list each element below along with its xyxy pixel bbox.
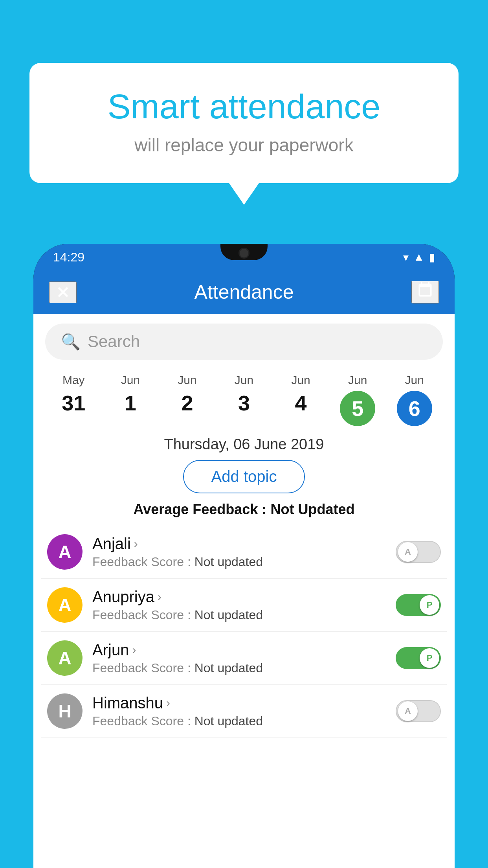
- toggle-arjun[interactable]: P: [396, 647, 441, 669]
- search-placeholder: Search: [88, 332, 140, 351]
- date-circle-green: 5: [340, 391, 375, 426]
- toggle-himanshu[interactable]: A: [396, 700, 441, 722]
- attendance-toggle-anjali[interactable]: A: [396, 541, 441, 563]
- date-month: Jun: [178, 373, 196, 387]
- student-info-anjali: Anjali › Feedback Score : Not updated: [92, 535, 386, 569]
- date-month: Jun: [348, 373, 367, 387]
- chevron-icon: ›: [134, 537, 138, 550]
- date-strip: May 31 Jun 1 Jun 2 Jun 3 Jun 4 Jun 5: [33, 366, 455, 430]
- promo-bubble: Smart attendance will replace your paper…: [29, 63, 459, 183]
- attendance-toggle-arjun[interactable]: P: [396, 647, 441, 669]
- student-info-arjun: Arjun › Feedback Score : Not updated: [92, 641, 386, 675]
- attendance-toggle-himanshu[interactable]: A: [396, 700, 441, 722]
- date-day: 31: [62, 391, 85, 415]
- chevron-icon: ›: [132, 643, 136, 657]
- feedback-score-arjun: Feedback Score : Not updated: [92, 661, 386, 675]
- bubble-card: Smart attendance will replace your paper…: [29, 63, 459, 183]
- toggle-thumb: A: [398, 701, 418, 721]
- search-bar[interactable]: 🔍 Search: [45, 324, 443, 360]
- toggle-thumb: P: [420, 595, 439, 615]
- date-col-jun5[interactable]: Jun 5: [329, 373, 386, 426]
- avatar-arjun: A: [47, 640, 83, 676]
- wifi-icon: ▾: [403, 251, 409, 264]
- date-col-jun4[interactable]: Jun 4: [272, 373, 329, 415]
- signal-icon: ▲: [413, 251, 424, 263]
- date-month: Jun: [235, 373, 253, 387]
- screen-content: 🔍 Search May 31 Jun 1 Jun 2 Jun 3 Jun: [33, 314, 455, 868]
- date-day: 3: [238, 391, 250, 415]
- attendance-toggle-anupriya[interactable]: P: [396, 594, 441, 616]
- phone-frame: 14:29 ▾ ▲ ▮ ✕ Attendance 🔍 Search May 31: [33, 244, 455, 868]
- add-topic-button[interactable]: Add topic: [183, 460, 305, 493]
- selected-date-label: Thursday, 06 June 2019: [33, 436, 455, 453]
- close-button[interactable]: ✕: [49, 281, 77, 303]
- app-bar-title: Attendance: [92, 281, 396, 303]
- app-bar: ✕ Attendance: [33, 270, 455, 314]
- student-item-arjun[interactable]: A Arjun › Feedback Score : Not updated P: [41, 632, 447, 685]
- feedback-score-anjali: Feedback Score : Not updated: [92, 555, 386, 569]
- toggle-thumb: A: [398, 542, 418, 562]
- chevron-icon: ›: [158, 590, 161, 603]
- date-day: 2: [181, 391, 193, 415]
- student-item-anupriya[interactable]: A Anupriya › Feedback Score : Not update…: [41, 579, 447, 632]
- status-time: 14:29: [53, 250, 84, 265]
- student-info-himanshu: Himanshu › Feedback Score : Not updated: [92, 694, 386, 728]
- toggle-anupriya[interactable]: P: [396, 594, 441, 616]
- date-col-jun1[interactable]: Jun 1: [102, 373, 159, 415]
- phone-camera: [238, 248, 250, 259]
- student-list: A Anjali › Feedback Score : Not updated …: [33, 526, 455, 738]
- avg-feedback-value: Not Updated: [270, 501, 354, 517]
- avatar-anupriya: A: [47, 587, 83, 623]
- status-icons: ▾ ▲ ▮: [403, 251, 435, 264]
- avg-feedback: Average Feedback : Not Updated: [33, 501, 455, 518]
- feedback-score-anupriya: Feedback Score : Not updated: [92, 608, 386, 622]
- date-day: 4: [295, 391, 307, 415]
- student-name-anupriya: Anupriya ›: [92, 588, 386, 606]
- date-col-jun6[interactable]: Jun 6: [386, 373, 443, 426]
- date-month: May: [62, 373, 85, 387]
- bubble-title: Smart attendance: [61, 86, 427, 127]
- student-info-anupriya: Anupriya › Feedback Score : Not updated: [92, 588, 386, 622]
- student-name-himanshu: Himanshu ›: [92, 694, 386, 712]
- student-name-anjali: Anjali ›: [92, 535, 386, 553]
- avatar-anjali: A: [47, 534, 83, 570]
- toggle-anjali[interactable]: A: [396, 541, 441, 563]
- chevron-icon: ›: [166, 696, 170, 710]
- toggle-thumb: P: [420, 648, 439, 668]
- avg-feedback-label: Average Feedback :: [134, 501, 267, 517]
- date-col-may31[interactable]: May 31: [45, 373, 102, 415]
- date-month: Jun: [405, 373, 424, 387]
- date-col-jun2[interactable]: Jun 2: [159, 373, 216, 415]
- date-col-jun3[interactable]: Jun 3: [216, 373, 273, 415]
- student-item-anjali[interactable]: A Anjali › Feedback Score : Not updated …: [41, 526, 447, 579]
- student-item-himanshu[interactable]: H Himanshu › Feedback Score : Not update…: [41, 685, 447, 738]
- phone-notch: [220, 244, 268, 260]
- battery-icon: ▮: [429, 251, 435, 264]
- feedback-score-himanshu: Feedback Score : Not updated: [92, 714, 386, 728]
- bubble-subtitle: will replace your paperwork: [61, 134, 427, 156]
- search-icon: 🔍: [61, 333, 81, 351]
- date-circle-blue: 6: [397, 391, 432, 426]
- calendar-button[interactable]: [411, 281, 439, 303]
- avatar-himanshu: H: [47, 693, 83, 729]
- date-month: Jun: [291, 373, 310, 387]
- date-month: Jun: [121, 373, 140, 387]
- student-name-arjun: Arjun ›: [92, 641, 386, 659]
- date-day: 1: [125, 391, 136, 415]
